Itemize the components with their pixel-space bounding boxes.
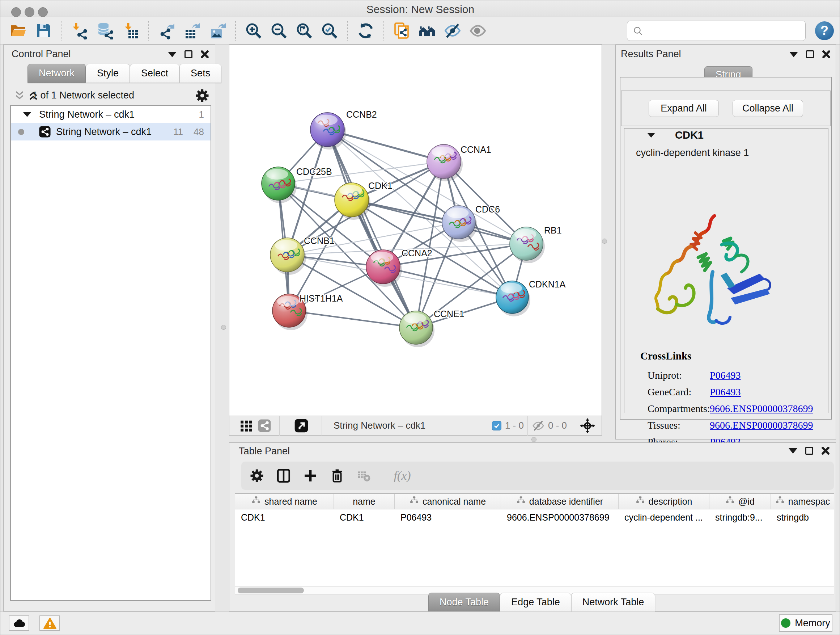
- tab-network[interactable]: Network: [27, 64, 86, 83]
- right-splitter-handle[interactable]: [602, 239, 607, 244]
- export-table-icon[interactable]: [183, 21, 202, 40]
- column-header-canonical-name[interactable]: canonical name: [395, 494, 501, 509]
- node-CCNA2[interactable]: CCNA2: [366, 248, 432, 287]
- hidden-eye-icon[interactable]: [532, 420, 545, 432]
- bottom-splitter-handle[interactable]: [531, 437, 537, 442]
- save-session-icon[interactable]: [34, 21, 53, 40]
- tab-sets[interactable]: Sets: [180, 64, 221, 83]
- zoom-in-icon[interactable]: [244, 21, 263, 40]
- column-header-name[interactable]: name: [334, 494, 395, 509]
- delete-column-icon[interactable]: [329, 467, 346, 484]
- tab-select[interactable]: Select: [130, 64, 180, 83]
- close-panel-icon[interactable]: [821, 447, 830, 455]
- edge-CCNA2-CDKN1A[interactable]: [383, 267, 512, 297]
- cell-canonical-name[interactable]: P06493: [395, 509, 501, 525]
- collection-expand-icon[interactable]: [23, 112, 31, 117]
- duplicate-network-icon[interactable]: [393, 21, 411, 40]
- section-collapse-icon[interactable]: [647, 133, 655, 138]
- left-splitter-handle[interactable]: [221, 325, 226, 330]
- memory-status-dot-icon: [781, 618, 790, 628]
- import-network-file-icon[interactable]: [71, 21, 89, 40]
- tab-style[interactable]: Style: [86, 64, 130, 83]
- show-all-icon[interactable]: [469, 21, 487, 40]
- cell-description[interactable]: cyclin-dependent ...: [619, 509, 709, 525]
- hide-selected-icon[interactable]: [443, 21, 462, 40]
- zoom-out-icon[interactable]: [270, 21, 288, 40]
- node-CCNB2[interactable]: CCNB2: [310, 109, 377, 149]
- column-header--id[interactable]: @id: [709, 494, 771, 509]
- cell-shared-name[interactable]: CDK1: [235, 509, 334, 525]
- node-CCNE1[interactable]: CCNE1: [399, 309, 464, 347]
- show-columns-icon[interactable]: [275, 467, 292, 484]
- gear-icon[interactable]: [248, 467, 265, 484]
- node-table[interactable]: shared namenamecanonical namedatabase id…: [235, 494, 834, 586]
- edge-HIST1H1A-CCNE1[interactable]: [289, 310, 416, 328]
- float-panel-icon[interactable]: [168, 52, 177, 57]
- cell--id[interactable]: stringdb:9...: [709, 509, 771, 525]
- network-column-icon: [775, 496, 785, 507]
- maximize-panel-icon[interactable]: [805, 447, 813, 455]
- network-badge-icon: [39, 126, 51, 138]
- cloud-icon[interactable]: [9, 616, 29, 631]
- maximize-panel-icon[interactable]: [806, 50, 814, 58]
- tab-node-table[interactable]: Node Table: [428, 593, 500, 612]
- selected-checkbox-icon[interactable]: [492, 421, 501, 431]
- network-graph[interactable]: CCNB2CCNA1CDC25BCDK1CDC6RB1CCNB1CCNA2CDK…: [229, 45, 602, 416]
- node-RB1[interactable]: RB1: [510, 225, 562, 263]
- tab-network-table[interactable]: Network Table: [571, 593, 655, 612]
- node-CDK1[interactable]: CDK1: [335, 181, 393, 220]
- gear-icon[interactable]: [195, 88, 210, 103]
- help-icon[interactable]: ?: [815, 21, 834, 40]
- close-panel-icon[interactable]: [201, 50, 209, 59]
- open-file-icon[interactable]: [9, 21, 28, 40]
- node-CDKN1A[interactable]: CDKN1A: [496, 279, 566, 317]
- close-panel-icon[interactable]: [822, 50, 831, 59]
- gene-section: CDK1 cyclin-dependent kinase 1: [624, 128, 829, 413]
- column-header-namespac[interactable]: namespac: [771, 494, 834, 509]
- column-header-shared-name[interactable]: shared name: [235, 494, 334, 509]
- tab-edge-table[interactable]: Edge Table: [500, 593, 571, 612]
- add-column-icon[interactable]: [302, 467, 319, 484]
- maximize-panel-icon[interactable]: [185, 50, 193, 58]
- crosslink-link[interactable]: 9606.ENSP00000378699: [710, 420, 813, 431]
- export-image-icon[interactable]: [208, 21, 227, 40]
- zoom-selected-icon[interactable]: [320, 21, 339, 40]
- cell-namespac[interactable]: stringdb: [771, 509, 834, 525]
- network-row[interactable]: String Network – cdk1 11 48: [11, 123, 210, 141]
- network-view-panel[interactable]: CCNB2CCNA1CDC25BCDK1CDC6RB1CCNB1CCNA2CDK…: [229, 44, 602, 435]
- network-collection-row[interactable]: String Network – cdk1 1: [11, 106, 210, 123]
- edge-CDK1-RB1[interactable]: [352, 200, 526, 244]
- node-CDC6[interactable]: CDC6: [442, 204, 500, 242]
- expand-all-button[interactable]: Expand All: [649, 100, 719, 117]
- crosslink-link[interactable]: 9606.ENSP00000378699: [710, 403, 813, 415]
- export-network-icon[interactable]: [157, 21, 176, 40]
- import-table-icon[interactable]: [121, 21, 140, 40]
- import-network-database-icon[interactable]: [96, 21, 115, 40]
- clear-table-icon[interactable]: [355, 467, 372, 484]
- zoom-fit-icon[interactable]: [295, 21, 314, 40]
- warning-icon[interactable]: [39, 616, 60, 631]
- column-header-description[interactable]: description: [619, 494, 709, 509]
- pan-crosshair-icon[interactable]: [580, 418, 595, 433]
- network-badge-icon[interactable]: [257, 419, 271, 432]
- cell-database-identifier[interactable]: 9606.ENSP00000378699: [501, 509, 619, 525]
- grid-view-icon[interactable]: [240, 419, 253, 432]
- crosslink-link[interactable]: P06493: [710, 386, 741, 398]
- update-network-icon[interactable]: [356, 21, 375, 40]
- gene-section-header[interactable]: CDK1: [624, 128, 828, 142]
- crosslink-link[interactable]: P06493: [710, 370, 741, 381]
- open-in-window-icon[interactable]: [294, 418, 309, 433]
- scrollbar-thumb[interactable]: [238, 587, 304, 593]
- node-HIST1H1A[interactable]: HIST1H1A: [272, 293, 343, 330]
- memory-button[interactable]: Memory: [779, 614, 832, 632]
- search-input[interactable]: [627, 21, 806, 41]
- float-panel-icon[interactable]: [789, 448, 797, 454]
- column-header-database-identifier[interactable]: database identifier: [501, 494, 619, 509]
- table-row[interactable]: CDK1CDK1P064939606.ENSP00000378699cyclin…: [235, 509, 834, 525]
- collapse-all-button[interactable]: Collapse All: [733, 100, 803, 117]
- cell-name[interactable]: CDK1: [334, 509, 395, 525]
- session-home-icon[interactable]: [418, 21, 437, 40]
- float-panel-icon[interactable]: [789, 52, 798, 57]
- function-builder-icon[interactable]: f(x): [382, 467, 422, 484]
- collection-label: String Network – cdk1: [39, 109, 134, 120]
